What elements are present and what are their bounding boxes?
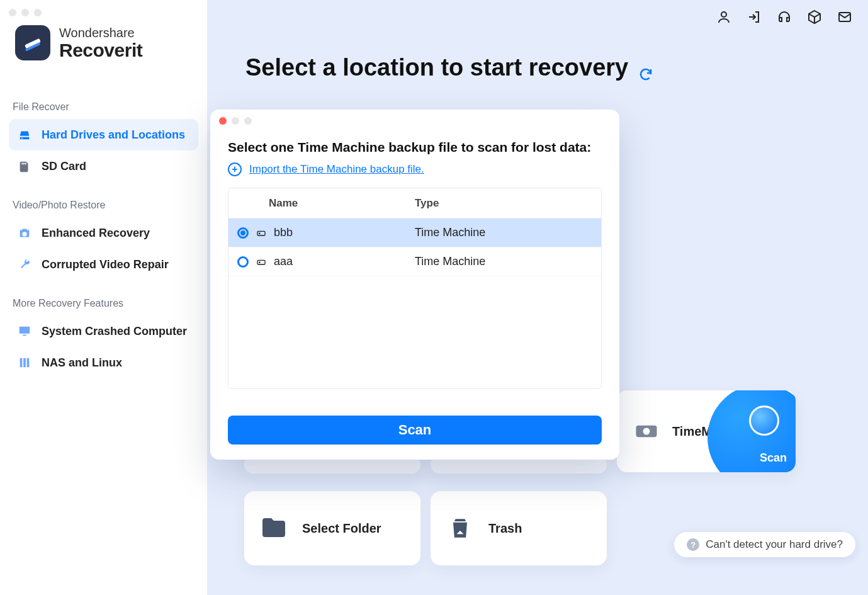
sidebar-hard-drives[interactable]: Hard Drives and Locations (9, 119, 198, 150)
row-type: Time Machine (415, 226, 601, 239)
col-name: Name (228, 197, 415, 210)
card-select-folder[interactable]: Select Folder (244, 491, 420, 565)
radio-selected-icon[interactable] (237, 227, 249, 239)
brand: Wondershare Recoverit (15, 25, 142, 60)
wrench-icon (18, 258, 31, 271)
sidebar-item-label: SD Card (42, 160, 86, 173)
timemachine-disc-icon (749, 405, 779, 436)
backup-table: Name Type bbb Time Machine aaa Time Mach… (228, 188, 602, 389)
modal-max-dot[interactable] (244, 117, 252, 125)
sidebar-enhanced[interactable]: Enhanced Recovery (0, 217, 207, 249)
sidebar-system-crashed[interactable]: System Crashed Computer (0, 315, 207, 347)
help-pill[interactable]: ? Can't detect your hard drive? (674, 532, 855, 557)
package-icon[interactable] (806, 9, 823, 25)
svg-point-9 (259, 262, 260, 263)
sidebar-item-label: Hard Drives and Locations (42, 128, 185, 142)
timemachine-drive-icon (631, 416, 662, 447)
modal-close-dot[interactable] (219, 117, 227, 125)
sidebar-sd-card[interactable]: SD Card (0, 150, 207, 182)
drive-icon (255, 257, 268, 267)
sd-card-icon (18, 159, 31, 173)
table-header: Name Type (228, 188, 601, 218)
folder-icon (258, 513, 290, 544)
camera-icon (18, 226, 31, 240)
support-icon[interactable] (776, 9, 792, 25)
server-icon (18, 356, 31, 370)
refresh-icon[interactable] (638, 60, 653, 76)
svg-rect-6 (257, 231, 265, 235)
sidebar-item-label: Enhanced Recovery (42, 227, 150, 240)
card-label: Select Folder (302, 521, 381, 536)
help-text: Can't detect your hard drive? (706, 538, 843, 551)
import-plus-icon[interactable]: + (228, 162, 242, 176)
svg-point-5 (643, 428, 650, 435)
section-title: Video/Photo Restore (0, 200, 207, 211)
drive-icon (255, 228, 268, 238)
help-icon: ? (687, 538, 699, 551)
sidebar-item-label: System Crashed Computer (42, 325, 187, 338)
brand-top-text: Wondershare (59, 26, 142, 40)
brand-bottom-text: Recoverit (59, 40, 142, 60)
timemachine-scan-label: Scan (760, 451, 787, 465)
svg-rect-8 (257, 260, 265, 264)
time-machine-modal: Select one Time Machine backup file to s… (210, 110, 619, 460)
sidebar-item-label: Corrupted Video Repair (42, 258, 169, 271)
sidebar: Wondershare Recoverit File Recover Hard … (0, 0, 208, 595)
sidebar-nas-linux[interactable]: NAS and Linux (0, 347, 207, 378)
col-type: Type (415, 197, 601, 210)
row-name: aaa (274, 255, 293, 268)
traffic-dot[interactable] (21, 9, 29, 16)
sidebar-nav: File Recover Hard Drives and Locations S… (0, 98, 207, 378)
trash-icon (444, 513, 476, 544)
login-icon[interactable] (746, 9, 762, 25)
page-title-row: Select a location to start recovery (245, 54, 653, 81)
card-trash[interactable]: Trash (431, 491, 607, 565)
svg-point-7 (259, 233, 260, 234)
section-title: More Recovery Features (0, 298, 207, 309)
modal-min-dot[interactable] (232, 117, 239, 125)
traffic-dot[interactable] (9, 9, 16, 16)
hdd-icon (18, 128, 31, 142)
table-row[interactable]: bbb Time Machine (228, 218, 601, 247)
scan-button[interactable]: Scan (228, 416, 602, 445)
card-label: Trash (488, 521, 522, 536)
account-icon[interactable] (716, 9, 732, 25)
app-logo-icon (15, 25, 50, 60)
radio-unselected-icon[interactable] (237, 256, 249, 268)
section-title: File Recover (0, 101, 207, 113)
sidebar-item-label: NAS and Linux (42, 356, 122, 370)
mail-icon[interactable] (837, 9, 853, 25)
window-controls-sidebar (9, 9, 42, 16)
modal-window-controls (219, 117, 252, 125)
header-icons (716, 9, 853, 25)
traffic-dot[interactable] (34, 9, 42, 16)
modal-title: Select one Time Machine backup file to s… (228, 140, 591, 155)
page-title: Select a location to start recovery (245, 54, 628, 81)
card-timemachine[interactable]: TimeMachine Scan (617, 390, 796, 472)
row-type: Time Machine (415, 255, 601, 268)
row-name: bbb (274, 226, 293, 239)
sidebar-corrupted[interactable]: Corrupted Video Repair (0, 249, 207, 280)
svg-point-2 (721, 12, 726, 17)
table-row[interactable]: aaa Time Machine (228, 247, 601, 276)
import-link[interactable]: Import the Time Machine backup file. (249, 163, 424, 176)
monitor-icon (18, 324, 31, 338)
